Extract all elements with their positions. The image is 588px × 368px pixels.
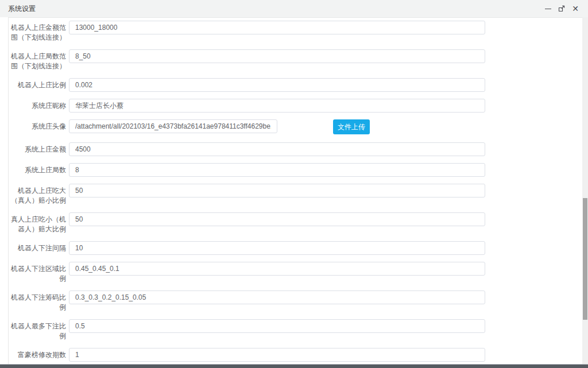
robot-max-bet-ratio-input[interactable] bbox=[69, 319, 485, 333]
field-label: 机器人上庄金额范围（下划线连接） bbox=[9, 21, 66, 42]
system-banker-amount-input[interactable] bbox=[69, 142, 485, 156]
window-controls: ✕ bbox=[541, 2, 588, 16]
robot-banker-eat-big-ratio-input[interactable] bbox=[69, 184, 485, 197]
form-row-robot-banker-rounds-range: 机器人上庄局数范围（下划线连接） bbox=[9, 49, 582, 71]
form-row-robot-bet-chip-ratio: 机器人下注筹码比例 bbox=[9, 290, 582, 312]
system-banker-avatar-input[interactable] bbox=[69, 119, 277, 133]
field-label: 机器人下注筹码比例 bbox=[9, 290, 66, 312]
minimize-icon bbox=[545, 9, 551, 9]
titlebar: 系统设置 ✕ bbox=[0, 0, 588, 17]
restore-button[interactable] bbox=[555, 2, 568, 16]
field-label: 机器人上庄局数范围（下划线连接） bbox=[9, 49, 66, 71]
system-banker-nickname-input[interactable] bbox=[69, 99, 485, 113]
form-row-robot-bet-area-ratio: 机器人下注区域比例 bbox=[9, 262, 582, 284]
robot-banker-ratio-input[interactable] bbox=[69, 78, 485, 92]
scrollbar-thumb[interactable] bbox=[583, 198, 587, 320]
minimize-button[interactable] bbox=[541, 2, 555, 16]
robot-banker-rounds-range-input[interactable] bbox=[69, 49, 485, 63]
form-row-rich-list-edit-periods: 富豪榜修改期数 bbox=[9, 348, 582, 362]
settings-form: 机器人上庄金额范围（下划线连接） 机器人上庄局数范围（下划线连接） 机器人上庄比… bbox=[9, 18, 582, 362]
vertical-scrollbar[interactable] bbox=[582, 17, 588, 364]
field-label: 系统庄昵称 bbox=[9, 99, 66, 111]
form-row-system-banker-nickname: 系统庄昵称 bbox=[9, 99, 582, 113]
close-button[interactable]: ✕ bbox=[568, 2, 582, 16]
robot-bet-area-ratio-input[interactable] bbox=[69, 262, 485, 276]
close-icon: ✕ bbox=[572, 5, 579, 13]
field-label: 机器人最多下注比例 bbox=[9, 319, 66, 341]
settings-panel: 机器人上庄金额范围（下划线连接） 机器人上庄局数范围（下划线连接） 机器人上庄比… bbox=[8, 17, 582, 364]
form-row-system-banker-avatar: 系统庄头像 文件上传 bbox=[9, 119, 582, 134]
field-label: 系统上庄金额 bbox=[9, 142, 66, 154]
field-label: 系统庄头像 bbox=[9, 119, 66, 131]
window-bottom-edge bbox=[0, 364, 588, 368]
system-banker-rounds-input[interactable] bbox=[69, 163, 485, 177]
form-row-system-banker-rounds: 系统上庄局数 bbox=[9, 163, 582, 177]
field-label: 系统上庄局数 bbox=[9, 163, 66, 175]
form-row-robot-max-bet-ratio: 机器人最多下注比例 bbox=[9, 319, 582, 341]
form-row-player-banker-eat-small-ratio: 真人上庄吃小（机器人）赔大比例 bbox=[9, 212, 582, 234]
robot-banker-amount-range-input[interactable] bbox=[69, 21, 485, 34]
robot-bet-chip-ratio-input[interactable] bbox=[69, 290, 485, 304]
field-label: 机器人上庄比例 bbox=[9, 78, 66, 90]
window-title: 系统设置 bbox=[0, 4, 36, 14]
field-label: 机器人上庄吃大（真人）赔小比例 bbox=[9, 184, 66, 206]
player-banker-eat-small-ratio-input[interactable] bbox=[69, 212, 485, 226]
form-row-robot-banker-ratio: 机器人上庄比例 bbox=[9, 78, 582, 92]
file-upload-button[interactable]: 文件上传 bbox=[333, 119, 370, 134]
field-label: 真人上庄吃小（机器人）赔大比例 bbox=[9, 212, 66, 234]
form-row-system-banker-amount: 系统上庄金额 bbox=[9, 142, 582, 156]
form-row-robot-bet-interval: 机器人下注间隔 bbox=[9, 241, 582, 255]
field-label: 富豪榜修改期数 bbox=[9, 348, 66, 360]
field-label: 机器人下注间隔 bbox=[9, 241, 66, 253]
robot-bet-interval-input[interactable] bbox=[69, 241, 485, 255]
form-row-robot-banker-eat-big-ratio: 机器人上庄吃大（真人）赔小比例 bbox=[9, 184, 582, 206]
form-row-robot-banker-amount-range: 机器人上庄金额范围（下划线连接） bbox=[9, 21, 582, 42]
field-label: 机器人下注区域比例 bbox=[9, 262, 66, 284]
restore-icon bbox=[558, 5, 565, 12]
rich-list-edit-periods-input[interactable] bbox=[69, 348, 485, 362]
